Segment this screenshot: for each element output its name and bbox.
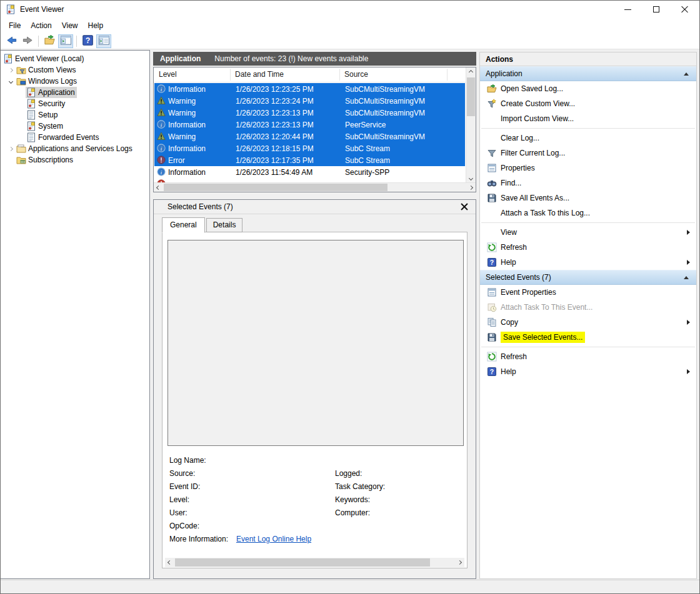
warning-icon — [157, 96, 166, 105]
vertical-scroll-thumb[interactable] — [467, 77, 475, 116]
collapse-chevron-icon[interactable] — [6, 80, 16, 83]
tree-item-application[interactable]: Application — [1, 87, 149, 98]
action-event-properties[interactable]: Event Properties — [480, 285, 696, 300]
action-clear-log[interactable]: Clear Log... — [480, 131, 696, 146]
column-header-source[interactable]: Source — [344, 70, 368, 79]
preview-horizontal-scrollbar[interactable] — [165, 558, 464, 567]
column-separator[interactable] — [447, 69, 448, 81]
expand-chevron-icon[interactable] — [6, 147, 16, 151]
menu-file[interactable]: File — [4, 19, 26, 32]
collapse-arrow-icon[interactable] — [684, 72, 689, 76]
preview-close-icon[interactable] — [460, 202, 469, 211]
horizontal-scroll-thumb[interactable] — [164, 184, 388, 191]
event-row[interactable]: Error1/26/2023 12:17:35 PMSubC Stream — [154, 154, 465, 166]
action-filter-current-log[interactable]: Filter Current Log... — [480, 146, 696, 161]
tree-item-security[interactable]: Security — [1, 98, 149, 109]
column-header-date-and-time[interactable]: Date and Time — [235, 70, 284, 79]
scroll-right-icon[interactable] — [466, 183, 476, 192]
help-icon: ? — [487, 257, 497, 267]
event-row[interactable]: iInformation1/26/2023 11:54:49 AMSecurit… — [154, 166, 465, 178]
maximize-icon[interactable] — [642, 1, 671, 18]
event-row[interactable]: Warning1/26/2023 12:23:24 PMSubCMultiStr… — [154, 95, 465, 107]
event-row[interactable]: iInformation1/26/2023 12:18:15 PMSubC St… — [154, 142, 465, 154]
column-separator[interactable] — [339, 69, 340, 81]
action-help[interactable]: ?Help — [480, 364, 696, 379]
event-row-partial[interactable] — [154, 178, 465, 182]
event-level-cell: Information — [168, 85, 206, 94]
tab-general[interactable]: General — [162, 217, 205, 233]
scroll-up-icon[interactable] — [466, 67, 476, 77]
menu-action[interactable]: Action — [26, 19, 56, 32]
help-icon: ? — [487, 367, 497, 377]
action-refresh[interactable]: Refresh — [480, 240, 696, 255]
console-tree-toolbar-button[interactable] — [58, 34, 73, 48]
menu-help[interactable]: Help — [83, 19, 109, 32]
actions-section-selected-events-7-[interactable]: Selected Events (7) — [480, 270, 696, 285]
field-label-user-: User: — [169, 508, 188, 517]
event-row[interactable]: Warning1/26/2023 12:23:13 PMSubCMultiStr… — [154, 107, 465, 119]
minimize-icon[interactable] — [613, 1, 642, 18]
action-save-selected-events[interactable]: Save Selected Events... — [480, 330, 696, 345]
help-toolbar-button[interactable]: ? — [80, 34, 95, 48]
action-pane-toolbar-button[interactable] — [96, 34, 111, 48]
tree-item-forwarded-events[interactable]: Forwarded Events — [1, 132, 149, 143]
event-row[interactable]: iInformation1/26/2023 12:23:25 PMSubCMul… — [154, 83, 465, 95]
action-view[interactable]: View — [480, 225, 696, 240]
event-src-cell: SubC Stream — [345, 144, 390, 153]
action-find[interactable]: Find... — [480, 176, 696, 191]
event-row[interactable]: Warning1/26/2023 12:20:44 PMSubCMultiStr… — [154, 131, 465, 142]
properties-icon — [487, 163, 497, 173]
actions-section-application[interactable]: Application — [480, 66, 696, 81]
action-save-all-events-as[interactable]: Save All Events As... — [480, 191, 696, 205]
event-log-online-help-link[interactable]: Event Log Online Help — [236, 535, 311, 543]
action-attach-a-task-to-this-log[interactable]: Attach a Task To this Log... — [480, 205, 696, 220]
tree-item-content: Event Viewer (Local) — [2, 53, 86, 64]
export-toolbar-button[interactable] — [42, 34, 57, 48]
action-import-custom-view[interactable]: Import Custom View... — [480, 111, 696, 126]
tree-item-applications-and-services-logs[interactable]: Applications and Services Logs — [1, 143, 149, 154]
event-viewer-window: Event Viewer FileActionViewHelp ? Event … — [0, 0, 700, 594]
action-open-saved-log[interactable]: Open Saved Log... — [480, 81, 696, 96]
column-header-level[interactable]: Level — [159, 70, 177, 79]
collapse-arrow-icon[interactable] — [684, 276, 689, 279]
horizontal-scroll-thumb[interactable] — [175, 558, 430, 567]
action-help[interactable]: ?Help — [480, 255, 696, 270]
action-copy[interactable]: Copy — [480, 315, 696, 330]
scroll-left-icon[interactable] — [165, 558, 174, 567]
event-list-horizontal-scrollbar[interactable] — [154, 182, 476, 192]
menu-bar: FileActionViewHelp — [1, 18, 699, 33]
action-create-custom-view[interactable]: Create Custom View... — [480, 96, 696, 111]
forward-toolbar-button[interactable] — [20, 34, 35, 48]
action-properties[interactable]: Properties — [480, 161, 696, 176]
back-toolbar-button[interactable] — [4, 34, 19, 48]
log-marked-icon — [26, 99, 36, 109]
tab-details[interactable]: Details — [206, 218, 243, 232]
expand-chevron-icon[interactable] — [6, 69, 16, 72]
event-list-vertical-scrollbar[interactable] — [466, 67, 476, 183]
title-bar: Event Viewer — [1, 1, 699, 18]
tree-item-setup[interactable]: Setup — [1, 109, 149, 121]
tree-item-label: Event Viewer (Local) — [15, 54, 84, 63]
field-label-task-category-: Task Category: — [335, 482, 385, 491]
event-src-cell: SubC Stream — [345, 156, 390, 165]
tree-item-windows-logs[interactable]: Windows Logs — [1, 76, 149, 87]
scroll-down-icon[interactable] — [466, 174, 476, 183]
action-refresh[interactable]: Refresh — [480, 349, 696, 364]
event-list-rows: iInformation1/26/2023 12:23:25 PMSubCMul… — [154, 83, 465, 182]
actions-title: Actions — [480, 52, 696, 66]
tree-item-system[interactable]: System — [1, 121, 149, 132]
svg-text:?: ? — [85, 36, 90, 45]
action-label: Filter Current Log... — [501, 149, 565, 157]
scroll-right-icon[interactable] — [455, 558, 464, 567]
tree-item-event-viewer-local-[interactable]: Event Viewer (Local) — [1, 53, 149, 64]
event-date-cell: 1/26/2023 12:20:44 PM — [236, 132, 314, 141]
field-label-computer-: Computer: — [335, 508, 370, 517]
tree-item-custom-views[interactable]: Custom Views — [1, 64, 149, 76]
scroll-left-icon[interactable] — [154, 183, 163, 192]
column-separator[interactable] — [230, 69, 231, 81]
tree-item-subscriptions[interactable]: Subscriptions — [1, 154, 149, 166]
event-row[interactable]: iInformation1/26/2023 12:23:13 PMPeerSer… — [154, 119, 465, 131]
close-icon[interactable] — [671, 1, 699, 18]
menu-view[interactable]: View — [57, 19, 83, 32]
action-label: Save Selected Events... — [501, 332, 585, 343]
